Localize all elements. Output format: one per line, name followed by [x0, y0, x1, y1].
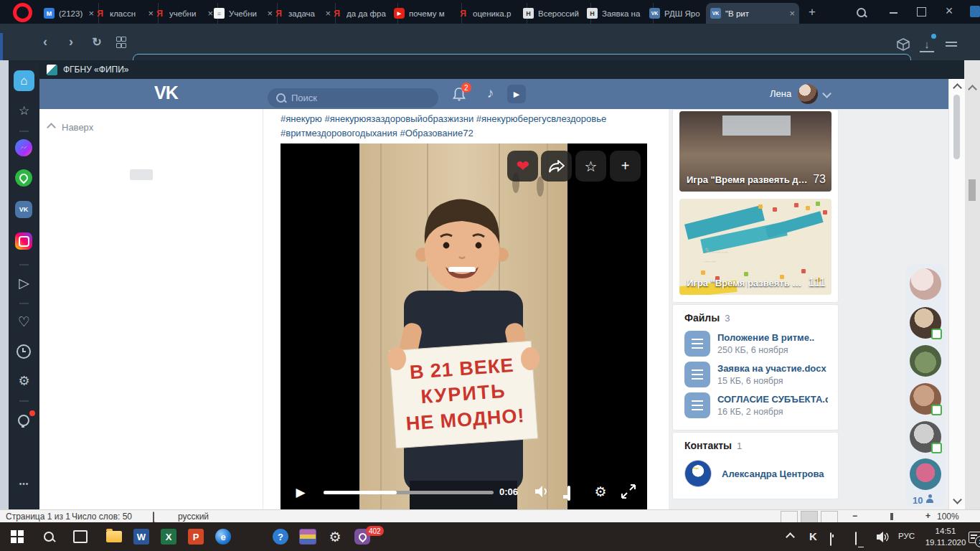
proofing-errors-icon[interactable] [153, 512, 154, 523]
friend-avatar[interactable] [910, 345, 941, 377]
file-row[interactable]: Положение В ритме.. 250 КБ, 6 ноября [684, 331, 828, 357]
hashtag-links-line2[interactable]: #вритмездоровогодыхания #Образование72 [281, 126, 654, 141]
tab-youtube[interactable]: ▶ почему м [390, 3, 462, 24]
web-layout-button[interactable] [821, 511, 838, 523]
contacts-title[interactable]: Контакты [684, 440, 732, 451]
contact-row[interactable]: Александра Центрова [684, 460, 824, 487]
friend-avatar[interactable] [910, 307, 941, 339]
video-catalog-icon[interactable]: ▶ [507, 85, 526, 103]
tab-close-icon[interactable]: × [789, 8, 795, 19]
bookmark-item[interactable]: ФГБНУ «ФИПИ» [63, 65, 128, 75]
clock[interactable]: 14:51 19.11.2020 [924, 525, 967, 548]
zoom-slider-thumb[interactable] [890, 513, 893, 520]
tab-document[interactable]: ≡ Учебни × [209, 3, 278, 24]
personal-news-heart-icon[interactable]: ♡ [14, 311, 34, 332]
volume-icon[interactable] [535, 486, 550, 497]
extensions-cube-icon[interactable] [897, 38, 910, 51]
start-button[interactable] [3, 522, 32, 551]
zoom-in-button[interactable]: + [925, 511, 930, 521]
profile-avatar[interactable] [798, 84, 818, 104]
word-language[interactable]: русский [178, 512, 209, 522]
scroll-up-icon[interactable] [953, 83, 962, 93]
speed-dial-button[interactable]: ⌂ [14, 70, 34, 91]
tab-yandex-4[interactable]: Я да да фра [327, 3, 398, 24]
file-explorer-button[interactable] [100, 522, 128, 551]
word-page-indicator[interactable]: Страница 1 из 1 [6, 512, 70, 522]
profile-menu-chevron-icon[interactable] [822, 89, 831, 98]
kaspersky-tray-icon[interactable]: K [809, 530, 817, 542]
word-scrollbar-thumb[interactable] [969, 179, 976, 201]
history-icon[interactable] [17, 344, 31, 359]
tab-tiles-button[interactable] [113, 35, 128, 50]
video-player[interactable]: В 21 ВЕКЕ КУРИТЬ НЕ МОДНО! ❤ [281, 143, 647, 509]
tab-nika-1[interactable]: Н Всероссий [519, 3, 591, 24]
window-close-button[interactable]: × [941, 3, 957, 19]
word-scroll-up-icon[interactable] [968, 85, 977, 94]
forward-button[interactable]: › [63, 34, 79, 50]
whatsapp-icon[interactable] [15, 169, 32, 187]
window-minimize-button[interactable] [890, 12, 897, 14]
vk-search-input[interactable]: Поиск [268, 88, 438, 108]
battery-icon[interactable] [830, 532, 831, 546]
bookmarks-star-button[interactable]: ☆ [14, 100, 34, 121]
print-layout-button[interactable] [801, 511, 818, 523]
like-button[interactable]: ❤ [507, 151, 538, 182]
volume-tray-icon[interactable] [877, 532, 891, 542]
messenger-icon[interactable] [15, 139, 32, 156]
my-flow-sidebar-icon[interactable]: ▷ [14, 273, 34, 293]
hashtag-links-line1[interactable]: #янекурю #янекурюязаздоровыйобразжизни #… [281, 112, 654, 126]
files-title[interactable]: Файлы [684, 312, 720, 324]
add-button[interactable]: + [610, 151, 641, 182]
scrollbar-thumb[interactable] [953, 95, 960, 159]
instagram-icon[interactable] [15, 232, 32, 250]
word-button[interactable]: W [128, 522, 155, 551]
language-indicator[interactable]: РУС [898, 532, 915, 540]
friend-avatar[interactable] [910, 383, 941, 415]
word-word-count[interactable]: Число слов: 50 [72, 512, 132, 522]
network-icon[interactable] [855, 532, 857, 545]
tab-vk-1[interactable]: VK РДШ Яро [645, 3, 715, 24]
tray-expand-icon[interactable] [786, 532, 795, 542]
action-center-button[interactable]: 2 [969, 532, 980, 543]
help-button[interactable]: ? [267, 522, 294, 551]
easy-setup-icon[interactable] [946, 39, 957, 49]
share-button[interactable] [541, 151, 572, 182]
viber-button[interactable]: 402 [349, 522, 376, 551]
tab-yandex-1[interactable]: Я классн × [90, 3, 159, 24]
excel-button[interactable]: X [155, 522, 182, 551]
friend-avatar[interactable] [910, 268, 941, 300]
friend-avatar[interactable] [910, 458, 941, 490]
tab-yandex-5[interactable]: Я оценика.р [453, 3, 527, 24]
music-icon[interactable]: ♪ [487, 85, 494, 101]
pip-icon[interactable] [567, 487, 570, 500]
tab-nika-2[interactable]: Н Заявка на [583, 3, 654, 24]
sidebar-more-button[interactable]: ••• [14, 476, 34, 491]
album-thumbnail-1[interactable]: Игра "Время развеять д… 73 [679, 111, 831, 192]
play-button[interactable]: ▶ [292, 484, 309, 501]
winrar-button[interactable] [294, 522, 321, 551]
reload-button[interactable]: ↻ [89, 34, 105, 50]
read-mode-button[interactable] [781, 511, 798, 523]
opera-menu-button[interactable] [9, 2, 36, 22]
window-maximize-button[interactable] [917, 7, 926, 17]
new-tab-button[interactable]: + [804, 4, 821, 20]
favorite-button[interactable]: ☆ [575, 151, 606, 182]
file-row[interactable]: СОГЛАСИЕ СУБЪЕКТА.do… 16 КБ, 2 ноября [684, 392, 828, 418]
taskbar-search-button[interactable] [34, 522, 63, 551]
settings-button[interactable]: ⚙ [321, 522, 349, 551]
back-to-top-link[interactable]: Наверх [48, 122, 93, 133]
vk-sidebar-icon[interactable]: VK [15, 201, 32, 218]
friends-online-count[interactable]: 10 [913, 495, 933, 506]
browser-scrollbar[interactable] [948, 79, 965, 509]
powerpoint-button[interactable]: P [182, 522, 209, 551]
friend-avatar[interactable] [910, 421, 941, 453]
tab-yandex-3[interactable]: Я задача × [269, 3, 336, 24]
word-scrollbar[interactable] [964, 60, 980, 522]
fullscreen-button[interactable] [621, 484, 636, 499]
file-row[interactable]: Заявка на участие.docx 15 КБ, 6 ноября [684, 362, 828, 387]
back-button[interactable]: ‹ [37, 34, 53, 50]
zoom-out-button[interactable]: − [852, 511, 857, 521]
settings-gear-icon[interactable]: ⚙ [14, 370, 34, 391]
tips-bulb-icon[interactable] [18, 413, 29, 428]
video-settings-gear-icon[interactable]: ⚙ [592, 483, 609, 500]
